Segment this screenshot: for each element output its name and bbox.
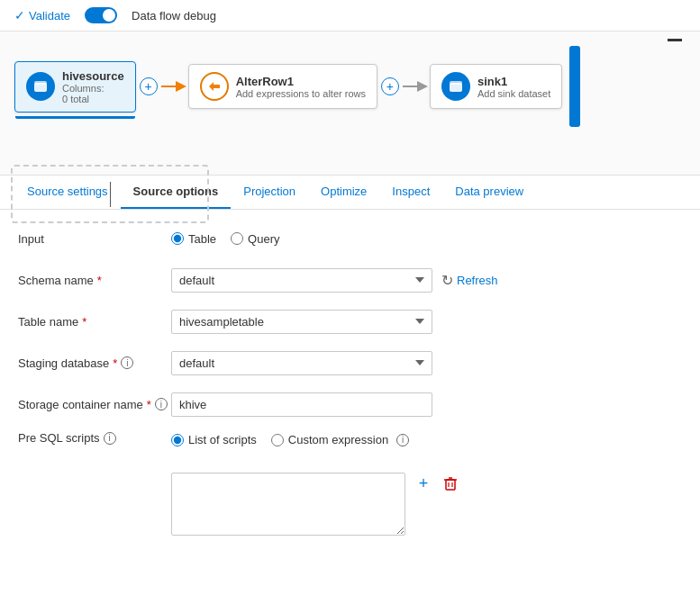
- staging-control: default: [171, 351, 432, 375]
- input-label: Input: [18, 232, 171, 246]
- svg-rect-5: [450, 81, 462, 85]
- schema-label-text: Schema name: [18, 274, 94, 287]
- input-row: Input Table Query: [18, 224, 682, 253]
- schema-row: Schema name * default ↻ Refresh: [18, 266, 682, 294]
- add-after-source[interactable]: +: [140, 77, 158, 95]
- alterrow-text: AlterRow1 Add expressions to alter rows: [236, 75, 366, 99]
- presql-list-label: List of scripts: [188, 433, 257, 446]
- sink-sub: Add sink dataset: [477, 88, 550, 99]
- presql-label: Pre SQL scripts i: [18, 431, 171, 445]
- arrow-connector-1: [161, 77, 188, 95]
- dashed-placeholder: [11, 165, 209, 223]
- tablename-row: Table name * hivesampletable: [18, 307, 682, 336]
- presql-row: Pre SQL scripts i List of scripts Custom…: [18, 431, 682, 460]
- add-script-button[interactable]: +: [413, 473, 434, 494]
- presql-list-radio[interactable]: [171, 434, 184, 446]
- tab-inspect[interactable]: Inspect: [379, 176, 442, 209]
- storage-input[interactable]: [171, 392, 432, 417]
- presql-label-text: Pre SQL scripts: [18, 431, 100, 445]
- alterrow-icon: [200, 72, 229, 101]
- tablename-label: Table name *: [18, 315, 171, 329]
- selected-indicator: [15, 116, 135, 119]
- input-label-text: Input: [18, 232, 44, 246]
- input-query-radio[interactable]: [231, 232, 243, 245]
- tablename-select[interactable]: hivesampletable: [171, 310, 432, 334]
- script-textarea[interactable]: [171, 473, 405, 536]
- toggle-knob: [103, 9, 115, 22]
- staging-info-icon[interactable]: i: [121, 356, 133, 369]
- tab-data-preview[interactable]: Data preview: [442, 176, 536, 209]
- presql-custom-info-icon[interactable]: i: [396, 434, 409, 446]
- presql-options: List of scripts Custom expression i: [171, 431, 409, 446]
- alterrow-sub: Add expressions to alter rows: [236, 88, 366, 99]
- hivesource-name: hivesource: [62, 69, 124, 83]
- presql-custom-option[interactable]: Custom expression i: [271, 433, 409, 446]
- top-bar: ✓ Validate Data flow debug: [0, 0, 700, 32]
- arrow-connector-2: [403, 77, 430, 95]
- delete-script-button[interactable]: [440, 473, 461, 494]
- check-icon: ✓: [14, 8, 25, 23]
- storage-label: Storage container name * i: [18, 398, 171, 411]
- validate-label: Validate: [29, 9, 70, 23]
- minimize-bar[interactable]: [668, 39, 682, 41]
- staging-row: Staging database * i default: [18, 348, 682, 377]
- refresh-button[interactable]: ↻ Refresh: [441, 272, 498, 289]
- storage-row: Storage container name * i: [18, 390, 682, 419]
- svg-rect-6: [446, 480, 455, 490]
- right-bar: [569, 46, 580, 127]
- presql-list-option[interactable]: List of scripts: [171, 433, 257, 446]
- staging-label: Staging database * i: [18, 356, 171, 370]
- script-actions: +: [413, 473, 461, 494]
- staging-select[interactable]: default: [171, 351, 432, 375]
- storage-info-icon[interactable]: i: [155, 398, 168, 410]
- schema-control: default: [171, 268, 432, 293]
- form-area: Input Table Query Schema name * default …: [0, 210, 700, 550]
- tablename-label-text: Table name: [18, 315, 78, 329]
- storage-label-text: Storage container name: [18, 398, 143, 411]
- alterrow-node[interactable]: AlterRow1 Add expressions to alter rows: [188, 64, 377, 109]
- tab-optimize[interactable]: Optimize: [308, 176, 379, 209]
- svg-rect-1: [34, 81, 47, 85]
- presql-info-icon[interactable]: i: [104, 432, 116, 445]
- tablename-control: hivesampletable: [171, 310, 432, 334]
- presql-custom-label: Custom expression: [288, 433, 388, 446]
- vertical-line: [110, 182, 111, 207]
- input-query-option[interactable]: Query: [231, 232, 279, 246]
- input-radio-group: Table Query: [171, 232, 279, 246]
- textarea-row: +: [18, 473, 682, 536]
- presql-custom-radio[interactable]: [271, 434, 284, 446]
- canvas-area: hivesource Columns: 0 total +: [0, 32, 700, 176]
- tablename-required: *: [82, 315, 86, 329]
- schema-label: Schema name *: [18, 274, 171, 287]
- debug-label: Data flow debug: [132, 9, 216, 23]
- sink-text: sink1 Add sink dataset: [477, 75, 550, 99]
- sink-node[interactable]: sink1 Add sink dataset: [430, 64, 562, 109]
- refresh-label: Refresh: [457, 274, 498, 287]
- validate-button[interactable]: ✓ Validate: [14, 8, 70, 23]
- refresh-icon: ↻: [441, 272, 453, 289]
- schema-select[interactable]: default: [171, 268, 432, 293]
- hivesource-node[interactable]: hivesource Columns: 0 total: [14, 61, 136, 113]
- input-table-radio[interactable]: [171, 232, 184, 245]
- staging-required: *: [113, 356, 117, 370]
- storage-required: *: [147, 398, 151, 411]
- input-query-label: Query: [248, 232, 279, 246]
- alterrow-name: AlterRow1: [236, 75, 366, 88]
- hivesource-icon: [26, 72, 55, 101]
- pipeline-row: hivesource Columns: 0 total +: [14, 46, 686, 127]
- debug-toggle[interactable]: [85, 7, 117, 23]
- storage-control: [171, 392, 432, 417]
- input-table-label: Table: [188, 232, 216, 246]
- sink-name: sink1: [477, 75, 550, 88]
- hivesource-sub2: 0 total: [62, 94, 124, 104]
- sink-icon: [441, 72, 470, 101]
- hivesource-text: hivesource Columns: 0 total: [62, 69, 124, 104]
- input-table-option[interactable]: Table: [171, 232, 216, 246]
- tab-projection[interactable]: Projection: [231, 176, 308, 209]
- hivesource-sub1: Columns:: [62, 83, 124, 94]
- schema-required: *: [97, 274, 102, 287]
- staging-label-text: Staging database: [18, 356, 109, 370]
- add-after-alterrow[interactable]: +: [381, 77, 399, 95]
